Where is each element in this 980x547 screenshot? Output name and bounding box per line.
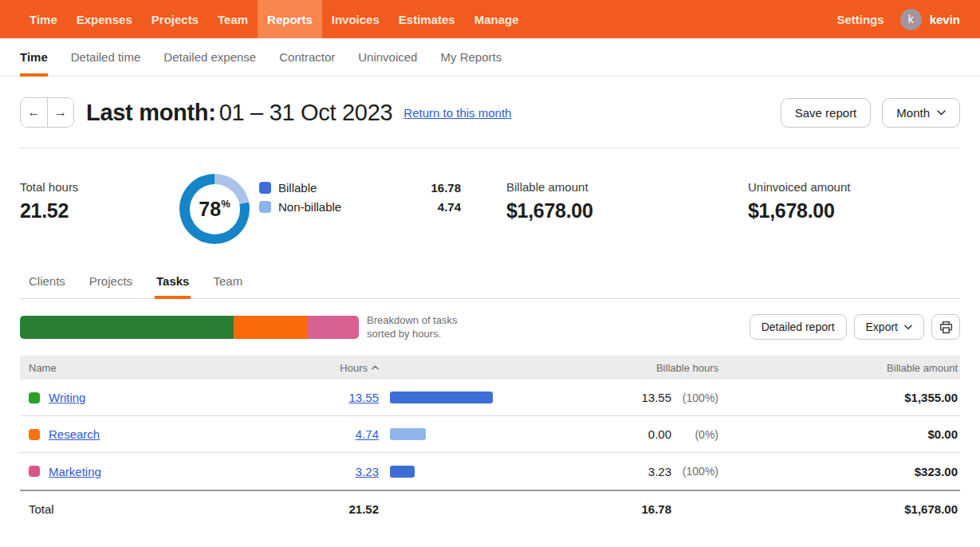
subnav-item-my-reports[interactable]: My Reports xyxy=(440,38,502,76)
breakdown-segment xyxy=(234,316,309,339)
task-link[interactable]: Writing xyxy=(49,391,85,404)
period-nav-group: ← → xyxy=(20,97,74,128)
legend-item-non-billable: Non-billable 4.74 xyxy=(259,200,461,214)
previous-period-button[interactable]: ← xyxy=(21,98,47,127)
report-header: ← → Last month:01 – 31 Oct 2023 Return t… xyxy=(20,77,960,148)
nav-item-expenses[interactable]: Expenses xyxy=(67,0,142,38)
billable-amount: $1,355.00 xyxy=(718,391,960,404)
subnav-item-uninvoiced[interactable]: Uninvoiced xyxy=(358,38,417,76)
tab-clients[interactable]: Clients xyxy=(29,270,65,298)
legend-value: 4.74 xyxy=(438,200,461,214)
subnav-item-contractor[interactable]: Contractor xyxy=(279,38,335,76)
task-link[interactable]: Marketing xyxy=(49,465,101,478)
export-button[interactable]: Export xyxy=(854,314,924,340)
tab-tasks[interactable]: Tasks xyxy=(156,270,189,298)
column-header-billable-hours[interactable]: Billable hours xyxy=(578,362,718,374)
billable-amount: $323.00 xyxy=(718,465,960,478)
chevron-down-icon xyxy=(904,325,912,330)
uninvoiced-amount-value: $1,678.00 xyxy=(748,199,850,222)
total-hours: 21.52 xyxy=(323,502,379,516)
hours-bar xyxy=(390,428,426,440)
detailed-report-button[interactable]: Detailed report xyxy=(750,314,847,340)
legend-swatch xyxy=(259,182,271,194)
breakdown-caption: Breakdown of tasks sorted by hours. xyxy=(367,313,457,340)
top-navigation: Time Expenses Projects Team Reports Invo… xyxy=(0,0,980,38)
nav-item-invoices[interactable]: Invoices xyxy=(322,0,389,38)
billable-percent: (100%) xyxy=(671,392,718,404)
hours-link[interactable]: 3.23 xyxy=(356,465,379,478)
period-select-button[interactable]: Month xyxy=(882,98,960,128)
tab-projects[interactable]: Projects xyxy=(89,270,132,298)
tasks-stacked-bar xyxy=(20,316,359,339)
nav-item-manage[interactable]: Manage xyxy=(465,0,529,38)
username[interactable]: kevin xyxy=(930,13,960,26)
subnav-item-time[interactable]: Time xyxy=(20,38,48,76)
breakdown-toolbar: Breakdown of tasks sorted by hours. Deta… xyxy=(20,313,960,340)
next-period-button[interactable]: → xyxy=(47,98,73,127)
task-color-dot xyxy=(29,466,40,477)
nav-item-reports[interactable]: Reports xyxy=(258,0,322,38)
legend-value: 16.78 xyxy=(431,181,461,195)
breakdown-caption-line2: sorted by hours. xyxy=(367,327,457,340)
breakdown-segment xyxy=(308,316,359,339)
print-button[interactable] xyxy=(931,314,960,340)
hours-link[interactable]: 13.55 xyxy=(348,391,379,404)
uninvoiced-amount-label: Uninvoiced amount xyxy=(748,180,850,194)
grouping-tabs: Clients Projects Tasks Team xyxy=(20,270,960,299)
table-row: Research 4.74 0.00 (0%) $0.00 xyxy=(20,416,960,453)
table-header-row: Name Hours Billable hours Billable amoun… xyxy=(20,356,960,380)
billable-hours-value: 3.23 xyxy=(578,465,671,478)
total-label: Total xyxy=(20,502,323,516)
hours-header-label: Hours xyxy=(340,362,368,374)
legend-label: Billable xyxy=(278,181,317,195)
subnav-item-detailed-expense[interactable]: Detailed expense xyxy=(163,38,256,76)
total-billable-hours: 16.78 xyxy=(578,502,671,516)
reports-subnav: Time Detailed time Detailed expense Cont… xyxy=(0,38,980,77)
hours-bar xyxy=(390,466,415,478)
breakdown-caption-line1: Breakdown of tasks xyxy=(367,313,457,327)
nav-item-time[interactable]: Time xyxy=(20,0,67,38)
page-title-date-range: 01 – 31 Oct 2023 xyxy=(219,100,393,125)
hours-bar xyxy=(390,392,493,403)
percent-sign: % xyxy=(221,198,230,210)
legend-swatch xyxy=(259,201,271,213)
hours-link[interactable]: 4.74 xyxy=(356,427,379,441)
breakdown-segment xyxy=(20,316,234,339)
nav-item-projects[interactable]: Projects xyxy=(142,0,208,38)
tab-team[interactable]: Team xyxy=(213,270,242,298)
nav-item-team[interactable]: Team xyxy=(208,0,258,38)
billable-hours-value: 0.00 xyxy=(578,427,671,441)
chevron-down-icon xyxy=(937,110,946,116)
arrow-right-icon: → xyxy=(54,105,67,120)
save-report-button[interactable]: Save report xyxy=(781,98,872,128)
total-billable-amount: $1,678.00 xyxy=(718,502,960,516)
legend-item-billable: Billable 16.78 xyxy=(259,181,461,195)
billable-percent: (100%) xyxy=(671,465,718,478)
subnav-item-detailed-time[interactable]: Detailed time xyxy=(71,38,141,76)
billable-percent-value: 78 xyxy=(199,198,221,221)
legend-label: Non-billable xyxy=(278,200,341,214)
page-title-prefix: Last month: xyxy=(86,100,216,125)
task-color-dot xyxy=(29,429,40,440)
avatar[interactable]: k xyxy=(900,9,922,30)
task-color-dot xyxy=(29,392,40,403)
column-header-billable-amount[interactable]: Billable amount xyxy=(718,362,960,374)
column-header-hours[interactable]: Hours xyxy=(323,362,379,374)
table-total-row: Total 21.52 16.78 $1,678.00 xyxy=(20,490,960,526)
billable-donut: 78% xyxy=(179,174,250,244)
total-hours-label: Total hours xyxy=(20,180,179,194)
nav-item-estimates[interactable]: Estimates xyxy=(389,0,465,38)
billable-percent: (0%) xyxy=(671,428,718,441)
total-hours-value: 21.52 xyxy=(20,199,179,222)
print-icon xyxy=(939,321,953,334)
settings-link[interactable]: Settings xyxy=(828,13,891,26)
summary-row: Total hours 21.52 78% Billable 16.78 Non… xyxy=(20,174,960,244)
period-select-label: Month xyxy=(896,106,930,120)
billable-legend: Billable 16.78 Non-billable 4.74 xyxy=(259,174,461,214)
column-header-name[interactable]: Name xyxy=(20,362,323,374)
task-link[interactable]: Research xyxy=(49,427,100,441)
sort-ascending-icon xyxy=(372,365,379,370)
return-to-this-month-link[interactable]: Return to this month xyxy=(403,106,511,120)
page-title: Last month:01 – 31 Oct 2023 xyxy=(86,100,392,126)
billable-amount-value: $1,678.00 xyxy=(506,199,706,222)
